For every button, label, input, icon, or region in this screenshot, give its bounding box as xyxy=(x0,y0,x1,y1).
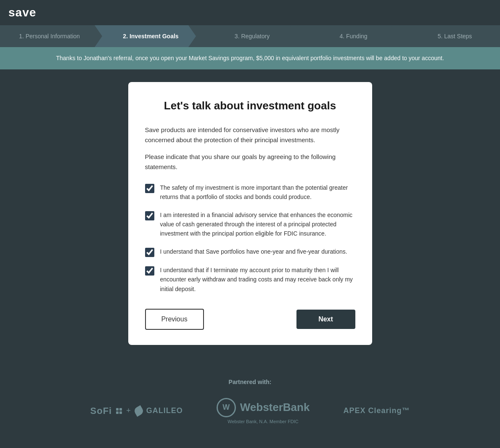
footer: Partnered with: SoFi + GALILEO W Webster… xyxy=(0,362,500,432)
checkbox-2[interactable] xyxy=(145,211,154,220)
sofi-text: SoFi xyxy=(90,406,112,416)
logo: save xyxy=(8,6,36,19)
step-1[interactable]: 1. Personal Information xyxy=(0,25,95,47)
previous-button[interactable]: Previous xyxy=(145,309,204,330)
footer-logos: SoFi + GALILEO W WebsterBank Webster Ban… xyxy=(8,398,492,424)
step-3[interactable]: 3. Regulatory xyxy=(196,25,297,47)
checkbox-label-4: I understand that if I terminate my acco… xyxy=(160,265,355,294)
sofi-galileo-logo: SoFi + GALILEO xyxy=(90,406,183,416)
step-5[interactable]: 5. Last Steps xyxy=(399,25,500,47)
plus-text: + xyxy=(126,406,131,415)
checkbox-item-2: I am interested in a financial advisory … xyxy=(145,210,355,239)
checkbox-item-3: I understand that Save portfolios have o… xyxy=(145,247,355,257)
checkbox-label-3: I understand that Save portfolios have o… xyxy=(160,247,347,256)
next-button[interactable]: Next xyxy=(296,310,355,329)
checkbox-3[interactable] xyxy=(145,248,154,257)
webster-bank-text: WebsterBank xyxy=(240,401,310,414)
webster-circle-icon: W xyxy=(217,398,236,417)
checkbox-item-1: The safety of my investment is more impo… xyxy=(145,183,355,202)
card-instruction: Please indicate that you share our goals… xyxy=(145,152,355,172)
galileo-text: GALILEO xyxy=(146,406,183,415)
header: save xyxy=(0,0,500,25)
card-description: Save products are intended for conservat… xyxy=(145,125,355,145)
checkbox-4[interactable] xyxy=(145,266,154,276)
card-title: Let's talk about investment goals xyxy=(145,99,355,113)
main-content: Let's talk about investment goals Save p… xyxy=(0,69,500,362)
webster-fdic-text: Webster Bank, N.A. Member FDIC xyxy=(228,419,299,424)
step-2[interactable]: 2. Investment Goals xyxy=(95,25,196,47)
progress-bar: 1. Personal Information 2. Investment Go… xyxy=(0,25,500,47)
button-row: Previous Next xyxy=(145,309,355,330)
checkbox-label-2: I am interested in a financial advisory … xyxy=(160,210,355,239)
referral-banner: Thanks to Jonathan's referral, once you … xyxy=(0,47,500,69)
apex-text: APEX Clearing™ xyxy=(343,406,410,415)
webster-logo-row: W WebsterBank xyxy=(217,398,310,417)
checkbox-1[interactable] xyxy=(145,184,154,193)
investment-goals-card: Let's talk about investment goals Save p… xyxy=(128,82,372,345)
galileo-leaf-icon xyxy=(133,405,144,416)
checkbox-label-1: The safety of my investment is more impo… xyxy=(160,183,355,202)
webster-bank-logo: W WebsterBank Webster Bank, N.A. Member … xyxy=(217,398,310,424)
checkbox-group: The safety of my investment is more impo… xyxy=(145,183,355,294)
apex-logo: APEX Clearing™ xyxy=(343,406,410,415)
checkbox-item-4: I understand that if I terminate my acco… xyxy=(145,265,355,294)
sofi-grid-icon xyxy=(116,408,122,414)
step-4[interactable]: 4. Funding xyxy=(297,25,399,47)
partnered-label: Partnered with: xyxy=(8,379,492,385)
